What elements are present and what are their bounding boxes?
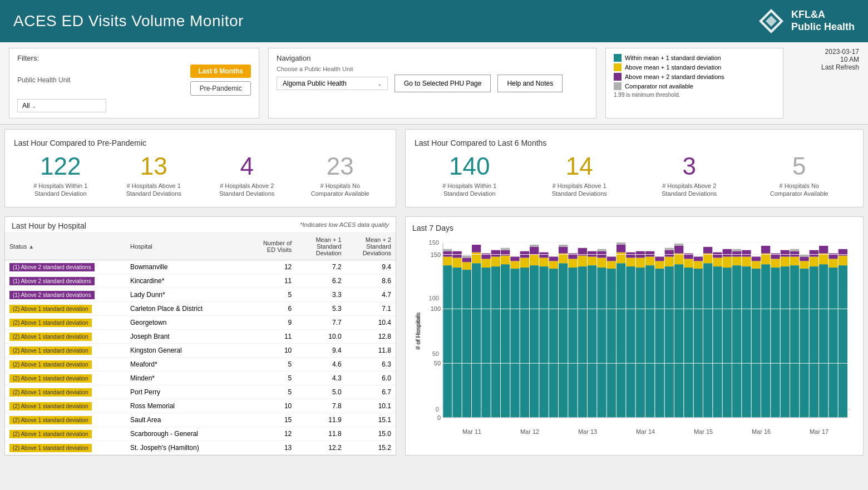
chart-title: Last 7 Days [412,224,856,232]
table-row: (2) Above 1 standard deviation Minden* 5… [5,371,396,385]
nav-phu-value: Algoma Public Health [283,80,347,87]
chevron-down-icon: ⌄ [32,103,36,109]
cell-hospital: Joseph Brant [126,329,254,343]
cell-ed: 11 [254,274,297,288]
stat-above2-last6: 3 # Hospitals Above 2Standard Deviations [634,154,744,198]
cell-mean1: 11.9 [296,413,346,427]
logo-icon [757,7,786,36]
cell-status: (2) Above 1 standard deviation [5,440,126,454]
col-hospital: Hospital [126,233,254,260]
refresh-label: Last Refresh [792,63,859,71]
last6months-button[interactable]: Last 6 Months [190,65,251,78]
cell-mean2: 6.0 [346,371,396,385]
table-wrapper[interactable]: Status ▲ Hospital Number of ED Visits Me… [5,233,396,455]
cell-mean1: 5.3 [296,301,346,315]
cell-mean2: 8.6 [346,274,396,288]
table-header: Last Hour by Hospital *Indicates low ACE… [5,217,396,233]
cell-mean1: 6.2 [296,274,346,288]
cell-hospital: Lady Dunn* [126,288,254,301]
cell-ed: 5 [254,288,297,301]
nav-phu-dropdown[interactable]: Algoma Public Health ⌄ [277,77,388,90]
col-mean1: Mean + 1 Standard Deviation [296,233,346,260]
table-row: (2) Above 1 standard deviation Sault Are… [5,413,396,427]
cell-hospital: Georgetown [126,315,254,329]
gray-swatch [614,82,622,90]
stat-label-nocomp-pre: # Hospitals NoComparator Available [298,182,383,198]
stat-num-4: 4 [205,154,289,179]
table-note: *Indicates low ACES data quality [300,221,389,230]
table-row: (2) Above 1 standard deviation Georgetow… [5,315,396,329]
refresh-time: 10 AM [792,56,859,63]
table-row: (1) Above 2 standard deviations Kincardi… [5,274,396,288]
stat-above1-last6: 14 # Hospitals Above 1Standard Deviation… [525,154,635,198]
cell-ed: 10 [254,399,297,413]
cell-status: (2) Above 1 standard deviation [5,357,126,371]
cell-mean2: 10.4 [346,315,396,329]
stat-num-23: 23 [298,154,383,179]
cell-status: (2) Above 1 standard deviation [5,385,126,399]
cell-hospital: Port Perry [126,385,254,399]
sort-indicator-status[interactable]: ▲ [28,244,34,250]
stat-num-13: 13 [112,154,196,179]
filters-nav-row: Filters: Public Health Unit Last 6 Month… [0,42,868,125]
date-refresh-panel: 2023-03-17 10 AM Last Refresh [792,48,859,118]
stat-label-within1-pre: # Hospitals Within 1Standard Deviation [18,182,103,198]
cell-ed: 6 [254,301,297,315]
cell-ed: 5 [254,371,297,385]
help-notes-button[interactable]: Help and Notes [497,75,563,92]
stat-label-above2-pre: # Hospitals Above 2Standard Deviations [205,182,289,198]
cell-mean2: 12.8 [346,329,396,343]
stat-nocomp-prepandemic: 23 # Hospitals NoComparator Available [294,154,387,198]
prepandemic-button[interactable]: Pre-Pandemic [190,81,251,96]
legend-row-purple: Above mean + 2 standard deviations [614,73,775,81]
main-content: Last Hour Compared to Pre-Pandemic 122 #… [0,125,868,460]
summary-left-title: Last Hour Compared to Pre-Pandemic [14,138,387,147]
stat-within1-prepandemic: 122 # Hospitals Within 1Standard Deviati… [14,154,107,198]
cell-status: (2) Above 1 standard deviation [5,343,126,357]
cell-hospital: Meaford* [126,357,254,371]
filter-row-all: All ⌄ [17,99,251,112]
cell-mean1: 5.0 [296,385,346,399]
cell-ed: 11 [254,329,297,343]
table-row: (2) Above 1 standard deviation Scarborou… [5,427,396,440]
navigation-panel: Navigation Choose a Public Health Unit A… [268,48,596,118]
cell-ed: 12 [254,427,297,440]
filter-row-phu: Public Health Unit Last 6 Months Pre-Pan… [17,65,251,96]
cell-mean1: 10.0 [296,329,346,343]
legend-teal-text: Within mean + 1 standard deviation [625,55,721,61]
legend-panel: Within mean + 1 standard deviation Above… [605,48,783,118]
cell-status: (1) Above 2 standard deviations [5,260,126,274]
phu-dropdown[interactable]: All ⌄ [17,99,106,112]
stat-label-nocomp-last6: # Hospitals NoComparator Available [749,182,850,198]
table-body: (1) Above 2 standard deviations Bowmanvi… [5,260,396,454]
cell-mean2: 7.1 [346,301,396,315]
stat-num-14: 14 [529,154,630,179]
cell-mean2: 15.1 [346,413,396,427]
summary-card-prepandemic: Last Hour Compared to Pre-Pandemic 122 #… [4,129,396,207]
table-row: (2) Above 1 standard deviation Ross Memo… [5,399,396,413]
table-row: (2) Above 1 standard deviation Kingston … [5,343,396,357]
table-header-row: Status ▲ Hospital Number of ED Visits Me… [5,233,396,260]
col-ed-visits: Number of ED Visits [254,233,297,260]
cell-hospital: Minden* [126,371,254,385]
cell-status: (2) Above 1 standard deviation [5,399,126,413]
choose-phu-label: Choose a Public Health Unit [277,66,588,72]
goto-phu-button[interactable]: Go to Selected PHU Page [394,75,491,92]
cell-status: (2) Above 1 standard deviation [5,301,126,315]
cell-status: (1) Above 2 standard deviations [5,288,126,301]
cell-ed: 15 [254,413,297,427]
cell-hospital: Kingston General [126,343,254,357]
left-panel: Last Hour Compared to Pre-Pandemic 122 #… [0,125,401,460]
cell-status: (2) Above 1 standard deviation [5,371,126,385]
phu-filter-label: Public Health Unit [17,76,70,84]
purple-swatch [614,73,622,81]
cell-mean2: 10.1 [346,399,396,413]
cell-mean1: 7.8 [296,399,346,413]
page-title: ACES ED Visits Volume Monitor [13,12,244,30]
cell-hospital: Carleton Place & District [126,301,254,315]
cell-hospital: St. Jospeh's (Hamilton) [126,440,254,454]
legend-note: 1.99 is minimum threshold. [614,92,775,98]
hospital-table: Status ▲ Hospital Number of ED Visits Me… [5,233,396,455]
stats-row-left: 122 # Hospitals Within 1Standard Deviati… [14,154,387,198]
stats-row-right: 140 # Hospitals Within 1Standard Deviati… [415,154,854,198]
